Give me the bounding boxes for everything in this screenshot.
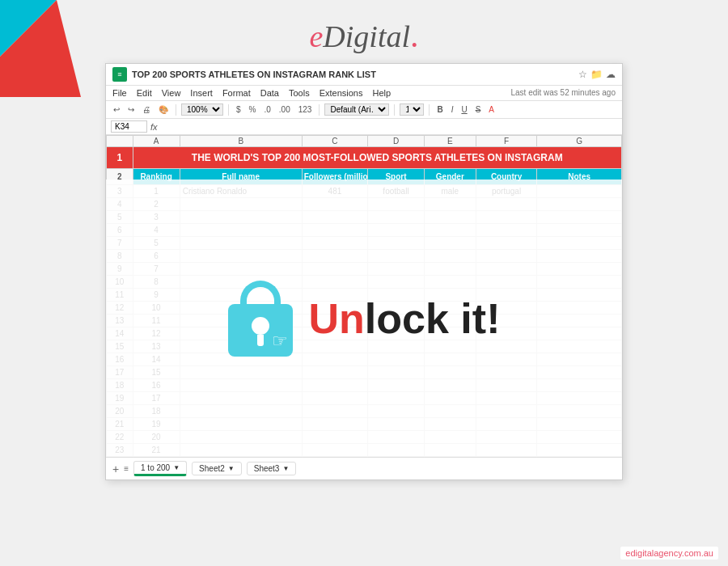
menu-extensions[interactable]: Extensions: [320, 87, 363, 99]
last-edit: Last edit was 52 minutes ago: [510, 87, 616, 99]
fontcolor-btn[interactable]: A: [486, 104, 497, 115]
spreadsheet-container: ≡ TOP 200 SPORTS ATHLETES ON INSTAGRAM R…: [105, 63, 623, 480]
sep5: [429, 104, 430, 116]
numformat-btn[interactable]: 123: [296, 104, 315, 115]
percent-btn[interactable]: %: [247, 104, 259, 115]
tab-1-to-200[interactable]: 1 to 200 ▼: [133, 461, 187, 476]
paint-btn[interactable]: 🎨: [156, 104, 171, 115]
tab-bar: + ≡ 1 to 200 ▼ Sheet2 ▼ Sheet3 ▼: [106, 457, 622, 479]
title-bar: ≡ TOP 200 SPORTS ATHLETES ON INSTAGRAM R…: [106, 64, 622, 86]
undo-btn[interactable]: ↩: [111, 104, 122, 115]
print-btn[interactable]: 🖨: [140, 104, 153, 115]
triangle-decoration: [0, 0, 81, 97]
tab-sheet3-label: Sheet3: [254, 464, 280, 473]
star-icon[interactable]: ☆: [578, 69, 587, 80]
cloud-icon[interactable]: ☁: [606, 69, 616, 80]
menu-insert[interactable]: Insert: [190, 87, 213, 99]
menu-bar: File Edit View Insert Format Data Tools …: [106, 86, 622, 101]
hand-cursor-icon: ☞: [272, 331, 288, 352]
col-header-f[interactable]: F: [476, 136, 537, 147]
lock-shackle: [240, 281, 281, 305]
cell-ref-bar: fx: [106, 119, 622, 135]
row-1-header: 1: [107, 147, 133, 169]
grid-wrapper: A B C D E F G 1 THE WORLD'S TOP 200 MOST…: [106, 135, 622, 457]
sep4: [394, 104, 395, 116]
lock-keyhole: [252, 317, 269, 335]
tab-2-dropdown[interactable]: ▼: [228, 465, 235, 472]
menu-format[interactable]: Format: [222, 87, 251, 99]
tab-1-dropdown[interactable]: ▼: [173, 464, 180, 471]
sep2: [228, 104, 229, 116]
cell-ref-input[interactable]: [111, 120, 147, 133]
menu-file[interactable]: File: [112, 87, 127, 99]
strikethrough-btn[interactable]: S: [473, 104, 484, 115]
sep3: [319, 104, 320, 116]
sheet-menu-btn[interactable]: ≡: [124, 464, 129, 473]
italic-btn[interactable]: I: [449, 104, 456, 115]
col-header-c[interactable]: C: [302, 136, 367, 147]
menu-help[interactable]: Help: [372, 87, 391, 99]
font-family-select[interactable]: Default (Ari…): [324, 103, 389, 116]
menu-view[interactable]: View: [162, 87, 181, 99]
decimal0-btn[interactable]: .0: [261, 104, 273, 115]
col-header-g[interactable]: G: [537, 136, 622, 147]
bold-btn[interactable]: B: [434, 104, 445, 115]
lock-icon: ☞: [228, 281, 293, 357]
menu-tools[interactable]: Tools: [289, 87, 310, 99]
unlock-text: Unlock it!: [309, 298, 501, 340]
col-header-a[interactable]: A: [133, 136, 180, 147]
tab-sheet3[interactable]: Sheet3 ▼: [247, 462, 297, 475]
col-header-e[interactable]: E: [424, 136, 476, 147]
logo-e: e: [309, 19, 323, 53]
add-sheet-btn[interactable]: +: [112, 463, 119, 475]
decimal00-btn[interactable]: .00: [277, 104, 293, 115]
logo-dot: .: [410, 17, 419, 54]
fx-icon: fx: [150, 122, 158, 132]
title-icons: ☆ 📁 ☁: [578, 69, 616, 80]
folder-icon[interactable]: 📁: [590, 69, 603, 80]
tab-sheet2-label: Sheet2: [199, 464, 225, 473]
sheets-icon: ≡: [112, 67, 127, 82]
big-title-cell: THE WORLD'S TOP 200 MOST-FOLLOWED SPORTS…: [133, 147, 621, 169]
toolbar: ↩ ↪ 🖨 🎨 100% $ % .0 .00 123 Default (Ari…: [106, 101, 622, 119]
underline-btn[interactable]: U: [459, 104, 469, 115]
col-header-row: A B C D E F G: [107, 136, 622, 147]
redo-btn[interactable]: ↪: [125, 104, 137, 115]
col-header-d[interactable]: D: [368, 136, 425, 147]
unlock-overlay[interactable]: ☞ Unlock it!: [106, 180, 622, 457]
sep1: [176, 104, 176, 116]
zoom-select[interactable]: 100%: [181, 103, 223, 116]
unlock-lock-text: lock: [365, 295, 449, 342]
logo-digital: Digital: [323, 19, 410, 53]
tab-3-dropdown[interactable]: ▼: [282, 465, 289, 472]
unlock-it-text: it: [449, 295, 486, 342]
col-header-empty: [107, 136, 133, 147]
footer-url: edigitalagency.com.au: [620, 547, 718, 560]
unlock-un: Un: [309, 295, 365, 342]
unlock-exclaim: !: [486, 295, 500, 342]
logo: eDigital.: [309, 19, 418, 53]
menu-edit[interactable]: Edit: [137, 87, 152, 99]
tab-1-to-200-label: 1 to 200: [141, 463, 170, 472]
col-header-b[interactable]: B: [180, 136, 302, 147]
lock-body: ☞: [228, 304, 293, 357]
title-row: 1 THE WORLD'S TOP 200 MOST-FOLLOWED SPOR…: [107, 147, 622, 169]
doc-title: TOP 200 SPORTS ATHLETES ON INSTAGRAM RAN…: [132, 70, 574, 79]
menu-data[interactable]: Data: [260, 87, 279, 99]
tab-sheet2[interactable]: Sheet2 ▼: [192, 462, 242, 475]
font-size-select[interactable]: 10: [400, 103, 424, 116]
dollar-btn[interactable]: $: [234, 104, 243, 115]
logo-area: eDigital.: [0, 0, 728, 63]
